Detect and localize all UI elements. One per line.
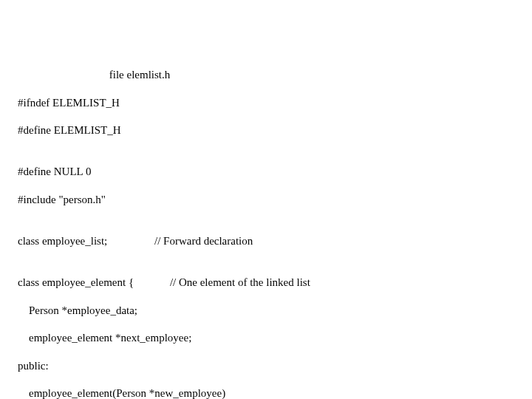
- code-line: #define NULL 0: [18, 165, 514, 179]
- code-line: #ifndef ELEMLIST_H: [18, 96, 514, 110]
- code-line: public:: [18, 359, 514, 373]
- code-line: file elemlist.h: [18, 68, 514, 82]
- code-line: employee_element(Person *new_employee): [18, 386, 514, 399]
- code-line: class employee_element { // One element …: [18, 276, 514, 290]
- code-line: #define ELEMLIST_H: [18, 123, 514, 137]
- code-line: class employee_list; // Forward declarat…: [18, 234, 514, 248]
- code-line: employee_element *next_employee;: [18, 331, 514, 345]
- code-line: Person *employee_data;: [18, 304, 514, 318]
- code-line: #include "person.h": [18, 193, 514, 207]
